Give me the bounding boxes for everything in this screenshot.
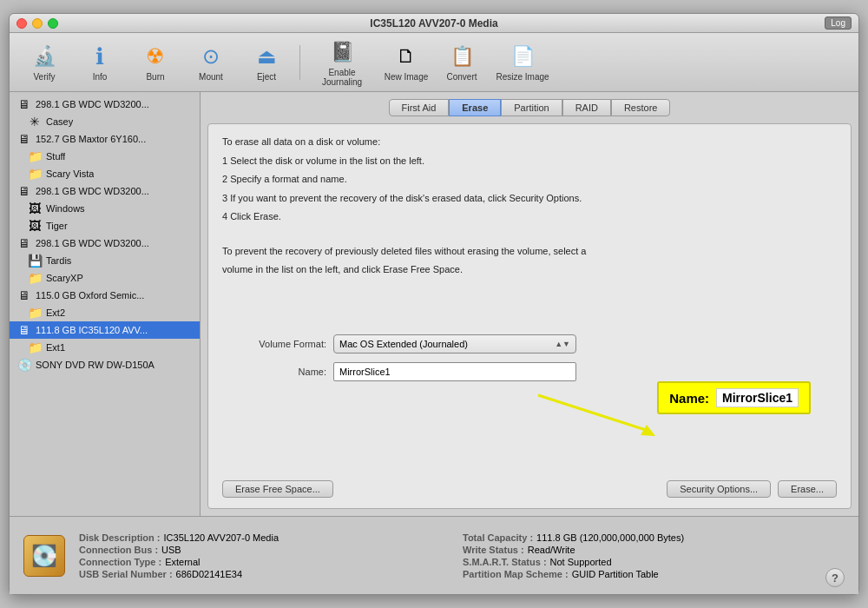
right-panel: First Aid Erase Partition RAID Restore T… [201,92,858,516]
hdd6-icon: 🖥 [16,323,32,337]
sidebar: 🖥 298.1 GB WDC WD3200... ✳ Casey 🖥 152.7… [10,92,201,516]
svg-marker-1 [641,425,655,436]
sidebar-item-ext1[interactable]: 📁 Ext1 [10,339,200,356]
new-image-icon: 🗋 [392,43,420,70]
close-button[interactable] [16,18,27,29]
sidebar-item-disk3[interactable]: 🖥 298.1 GB WDC WD3200... [10,182,200,200]
eject-label: Eject [257,72,276,82]
resize-image-icon: 📄 [509,43,536,70]
erase-panel: To erase all data on a disk or volume: 1… [207,123,852,509]
mount-label: Mount [199,72,223,82]
sidebar-text-disk4: 298.1 GB WDC WD3200... [36,238,149,248]
tab-partition[interactable]: Partition [501,99,562,116]
instruction-step4: 4 Click Erase. [222,209,837,225]
sidebar-text-ext1: Ext1 [46,342,65,353]
window-title: IC35L120 AVV207-0 Media [370,17,497,30]
sidebar-item-ext2[interactable]: 📁 Ext2 [10,304,200,321]
help-button[interactable]: ? [825,568,845,587]
tab-raid[interactable]: RAID [562,99,611,116]
enable-journaling-button[interactable]: 📓 Enable Journaling [307,38,377,87]
sidebar-item-disk6[interactable]: 🖥 111.8 GB IC35L120 AVV... [10,321,200,339]
sidebar-item-disk4[interactable]: 🖥 298.1 GB WDC WD3200... [10,235,200,252]
info-row-capacity: Total Capacity : 111.8 GB (120,000,000,0… [463,532,812,543]
info-bar: 💽 Disk Description : IC35L120 AVV207-0 M… [10,516,858,594]
mount-button[interactable]: ⊙ Mount [185,38,237,87]
info-key-partition-scheme: Partition Map Scheme : [463,569,569,579]
info-val-connection-type: External [165,557,200,567]
tab-restore[interactable]: Restore [611,99,671,116]
sidebar-item-tardis[interactable]: 💾 Tardis [10,252,200,269]
sidebar-item-disk2[interactable]: 🖥 152.7 GB Maxtor 6Y160... [10,130,200,148]
sidebar-item-disk1[interactable]: 🖥 298.1 GB WDC WD3200... [10,96,200,113]
sidebar-item-stuff[interactable]: 📁 Stuff [10,148,200,165]
enable-journaling-icon: 📓 [328,38,356,66]
info-val-smart: Not Supported [550,557,612,567]
sidebar-text-disk3: 298.1 GB WDC WD3200... [36,186,149,196]
sidebar-item-casey[interactable]: ✳ Casey [10,113,200,130]
titlebar: IC35L120 AVV207-0 Media Log [10,14,858,33]
sidebar-text-scary-vista: Scary Vista [46,169,94,179]
folder-icon: 📁 [27,149,43,163]
window-controls [16,18,58,29]
volume-format-select[interactable]: Mac OS Extended (Journaled) ▲▼ [333,334,576,354]
eject-button[interactable]: ⏏ Eject [240,38,293,87]
minimize-button[interactable] [32,18,43,29]
right-buttons: Security Options... Erase... [667,480,837,498]
annotation-area: Name: MirrorSlice1 [222,388,837,466]
info-row-connection-type: Connection Type : External [79,557,428,567]
burn-button[interactable]: ☢ Burn [129,38,181,87]
main-content: 🖥 298.1 GB WDC WD3200... ✳ Casey 🖥 152.7… [10,92,858,516]
sidebar-item-sony[interactable]: 💿 SONY DVD RW DW-D150A [10,356,200,373]
sidebar-item-windows[interactable]: 🖼 Windows [10,200,200,217]
info-row-partition-scheme: Partition Map Scheme : GUID Partition Ta… [463,569,812,579]
info-button[interactable]: ℹ Info [74,38,126,87]
sidebar-text-disk2: 152.7 GB Maxtor 6Y160... [36,134,146,144]
verify-button[interactable]: 🔬 Verify [18,38,70,87]
info-row-serial: USB Serial Number : 686D02141E34 [79,569,428,579]
info-val-write-status: Read/Write [528,545,575,555]
annotation-name-label: Name: [669,391,709,406]
info-label: Info [93,72,108,82]
volume-format-value: Mac OS Extended (Journaled) [339,339,468,349]
info-val-partition-scheme: GUID Partition Table [572,569,659,579]
security-options-button[interactable]: Security Options... [667,480,771,498]
log-button[interactable]: Log [825,17,852,30]
convert-label: Convert [446,72,477,82]
info-val-bus: USB [161,545,181,555]
svg-line-0 [538,395,651,432]
new-image-button[interactable]: 🗋 New Image [380,38,432,87]
sidebar-text-windows: Windows [46,203,85,214]
tab-erase[interactable]: Erase [449,99,501,116]
sidebar-text-tardis: Tardis [46,255,71,266]
maximize-button[interactable] [48,18,58,29]
instruction-free-space2: volume in the list on the left, and clic… [222,262,837,278]
resize-image-button[interactable]: 📄 Resize Image [491,38,554,87]
erase-free-space-button[interactable]: Erase Free Space... [222,480,333,498]
sidebar-item-tiger[interactable]: 🖼 Tiger [10,217,200,235]
sidebar-text-disk1: 298.1 GB WDC WD3200... [36,99,149,109]
info-key-serial: USB Serial Number : [79,569,173,579]
folder2-icon: 📁 [27,167,43,181]
sidebar-text-sony: SONY DVD RW DW-D150A [36,360,155,370]
sidebar-item-scaryxp[interactable]: 📁 ScaryXP [10,269,200,287]
convert-button[interactable]: 📋 Convert [436,38,488,87]
name-row: Name: [222,362,837,381]
form-section: Volume Format: Mac OS Extended (Journale… [222,334,837,381]
name-input[interactable] [333,362,576,381]
tab-first-aid[interactable]: First Aid [389,99,450,116]
instruction-step1: 1 Select the disk or volume in the list … [222,154,837,169]
hdd3-icon: 🖥 [16,184,32,198]
hdd4-icon: 🖥 [16,236,32,250]
erase-button[interactable]: Erase... [778,480,837,498]
sidebar-text-stuff: Stuff [46,151,65,162]
main-window: IC35L120 AVV207-0 Media Log 🔬 Verify ℹ I… [9,13,859,595]
tardis-icon: 💾 [27,254,43,268]
sidebar-text-disk6: 111.8 GB IC35L120 AVV... [36,325,148,335]
annotation-box: Name: MirrorSlice1 [657,381,811,414]
sidebar-item-scary-vista[interactable]: 📁 Scary Vista [10,165,200,182]
info-key-description: Disk Description : [79,532,161,543]
disk-icon-large: 💽 [23,535,65,577]
instruction-header: To erase all data on a disk or volume: [222,135,837,150]
sidebar-item-disk5[interactable]: 🖥 115.0 GB Oxford Semic... [10,287,200,304]
sidebar-text-ext2: Ext2 [46,307,65,318]
